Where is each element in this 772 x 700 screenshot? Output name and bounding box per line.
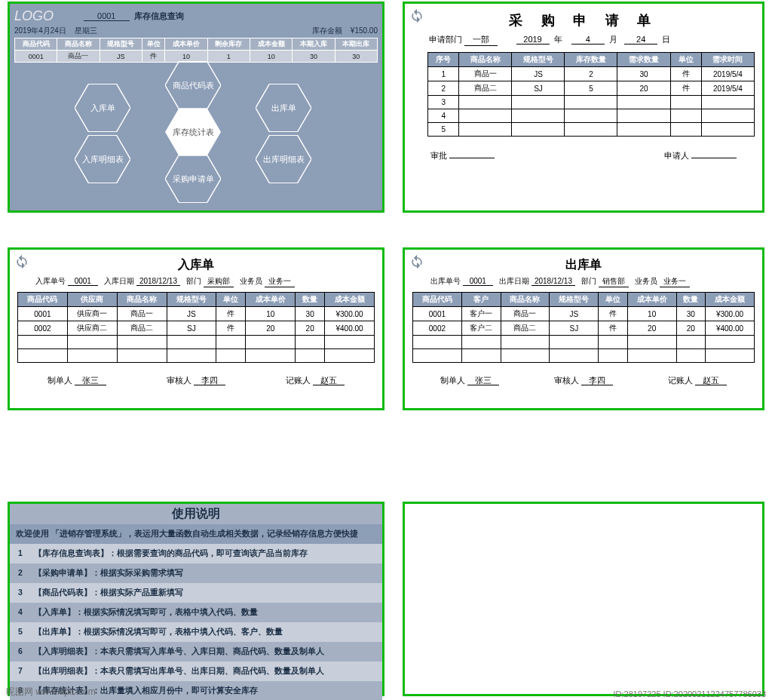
col-header: 供应商 bbox=[67, 293, 117, 307]
product-code: 0001 bbox=[84, 11, 129, 21]
refresh-icon[interactable] bbox=[14, 254, 29, 269]
hex-tr[interactable]: 出库单 bbox=[256, 84, 311, 132]
cell bbox=[565, 96, 617, 109]
instruction-row: 6【入库明细表】：本表只需填写入库单号、入库日期、商品代码、数量及制单人 bbox=[10, 642, 382, 662]
cell: 10 bbox=[250, 51, 292, 63]
cell: 30 bbox=[676, 307, 705, 321]
hex-bottom[interactable]: 采购申请单 bbox=[165, 155, 221, 203]
col-header: 成本金额 bbox=[325, 293, 375, 307]
col-header: 商品名称 bbox=[501, 293, 550, 307]
cell bbox=[599, 336, 627, 349]
refresh-icon[interactable] bbox=[409, 8, 424, 23]
table-row: 5 bbox=[428, 123, 755, 137]
inventory-query-panel: LOGO 0001 库存信息查询 2019年4月24日 星期三 库存金额 ¥15… bbox=[8, 2, 384, 213]
inbound-table: 商品代码供应商商品名称规格型号单位成本单价数量成本金额0001供应商一商品一JS… bbox=[17, 292, 375, 363]
cell bbox=[459, 109, 512, 123]
col-header: 单位 bbox=[216, 293, 246, 307]
cell: 5 bbox=[565, 81, 617, 96]
instruction-row: 4【入库单】：根据实际情况填写即可，表格中填入代码、数量 bbox=[10, 603, 382, 622]
purchase-request-panel: 采 购 申 请 单 申请部门 一部 2019 年 4 月 24 日 序号商品名称… bbox=[403, 2, 764, 213]
panel-title: 库存信息查询 bbox=[134, 11, 184, 22]
cell: 0001 bbox=[15, 51, 57, 63]
inbound-panel: 入库单 入库单号 0001 入库日期 2018/12/13 部门 采购部 业务员… bbox=[8, 247, 384, 410]
logo: LOGO bbox=[14, 8, 54, 24]
cell: ¥300.00 bbox=[325, 307, 375, 321]
cell: 商品二 bbox=[117, 321, 167, 336]
col-header: 成本单价 bbox=[246, 293, 296, 307]
cell: 10 bbox=[246, 307, 296, 321]
cell bbox=[706, 336, 755, 349]
col-header: 商品代码 bbox=[15, 38, 57, 51]
table-row bbox=[413, 336, 755, 349]
col-header: 本期出库 bbox=[335, 38, 377, 51]
cell bbox=[117, 349, 167, 363]
table-row: 0002客户二商品二SJ件2020¥400.00 bbox=[413, 321, 755, 336]
table-row bbox=[18, 336, 375, 349]
cell: 20 bbox=[627, 321, 676, 336]
col-header: 商品代码 bbox=[18, 293, 68, 307]
hex-nav: 库存统计表 商品代码表 采购申请单 入库单 出库单 入库明细表 出库明细表 bbox=[14, 63, 378, 206]
row-number: 2 bbox=[10, 563, 31, 583]
col-header: 成本金额 bbox=[706, 293, 755, 307]
cell bbox=[701, 96, 754, 109]
cell bbox=[617, 123, 670, 137]
cell: 0002 bbox=[18, 321, 68, 336]
cell bbox=[565, 109, 617, 123]
weekday: 星期三 bbox=[75, 26, 97, 35]
cell: 30 bbox=[293, 51, 335, 63]
cell: 0002 bbox=[413, 321, 462, 336]
row-number: 7 bbox=[10, 662, 31, 681]
table-row: 0002供应商二商品二SJ件2020¥400.00 bbox=[18, 321, 375, 336]
col-header: 单位 bbox=[142, 38, 164, 51]
row-number: 1 bbox=[10, 544, 31, 563]
cell: 30 bbox=[617, 67, 670, 81]
col-header: 库存数量 bbox=[565, 53, 617, 67]
cell bbox=[18, 336, 68, 349]
cell: 商品一 bbox=[57, 51, 100, 63]
col-header: 客户 bbox=[461, 293, 501, 307]
cell: JS bbox=[512, 67, 565, 81]
col-header: 规格型号 bbox=[100, 38, 142, 51]
cell: 供应商一 bbox=[67, 307, 117, 321]
hex-center[interactable]: 库存统计表 bbox=[165, 108, 221, 156]
cell bbox=[67, 336, 117, 349]
col-header: 单位 bbox=[599, 293, 627, 307]
cell: SJ bbox=[167, 321, 216, 336]
col-header: 本期入库 bbox=[293, 38, 335, 51]
cell: JS bbox=[550, 307, 599, 321]
row-number: 4 bbox=[10, 603, 31, 622]
cell: SJ bbox=[512, 81, 565, 96]
cell: 件 bbox=[670, 81, 701, 96]
row-text: 【入库单】：根据实际情况填写即可，表格中填入代码、数量 bbox=[31, 603, 382, 622]
cell: 件 bbox=[670, 67, 701, 81]
cell: 2019/5/4 bbox=[701, 81, 754, 96]
cell bbox=[627, 336, 676, 349]
col-header: 数量 bbox=[676, 293, 705, 307]
instructions-title: 使用说明 bbox=[10, 504, 382, 524]
cell bbox=[67, 349, 117, 363]
instruction-row: 7【出库明细表】：本表只需填写出库单号、出库日期、商品代码、数量及制单人 bbox=[10, 662, 382, 681]
row-text: 【采购申请单】：根据实际采购需求填写 bbox=[31, 563, 382, 583]
col-header: 规格型号 bbox=[512, 53, 565, 67]
cell bbox=[246, 336, 296, 349]
cell: 3 bbox=[428, 96, 459, 109]
cell bbox=[676, 336, 705, 349]
hex-mr[interactable]: 出库明细表 bbox=[256, 135, 311, 183]
cell bbox=[550, 336, 599, 349]
instructions-panel: 使用说明 欢迎使用 「进销存管理系统」，表运用大量函数自动生成相关数据，记录经销… bbox=[8, 502, 384, 696]
hex-ml[interactable]: 入库明细表 bbox=[75, 135, 130, 183]
cell: 件 bbox=[599, 321, 627, 336]
refresh-icon[interactable] bbox=[409, 254, 424, 269]
instruction-row: 2【采购申请单】：根据实际采购需求填写 bbox=[10, 563, 382, 583]
instruction-row: 1【库存信息查询表】：根据需要查询的商品代码，即可查询该产品当前库存 bbox=[10, 544, 382, 563]
cell: 2 bbox=[565, 67, 617, 81]
col-header: 单位 bbox=[670, 53, 701, 67]
inventory-table: 商品代码商品名称规格型号单位成本单价剩余库存成本金额本期入库本期出库 0001商… bbox=[14, 38, 378, 63]
hex-tl[interactable]: 入库单 bbox=[75, 84, 130, 132]
cell: 20 bbox=[296, 321, 325, 336]
row-text: 【库存信息查询表】：根据需要查询的商品代码，即可查询该产品当前库存 bbox=[31, 544, 382, 563]
hex-top[interactable]: 商品代码表 bbox=[165, 61, 221, 109]
form-title: 出库单 bbox=[412, 257, 755, 273]
cell: 件 bbox=[216, 307, 246, 321]
cell bbox=[670, 123, 701, 137]
